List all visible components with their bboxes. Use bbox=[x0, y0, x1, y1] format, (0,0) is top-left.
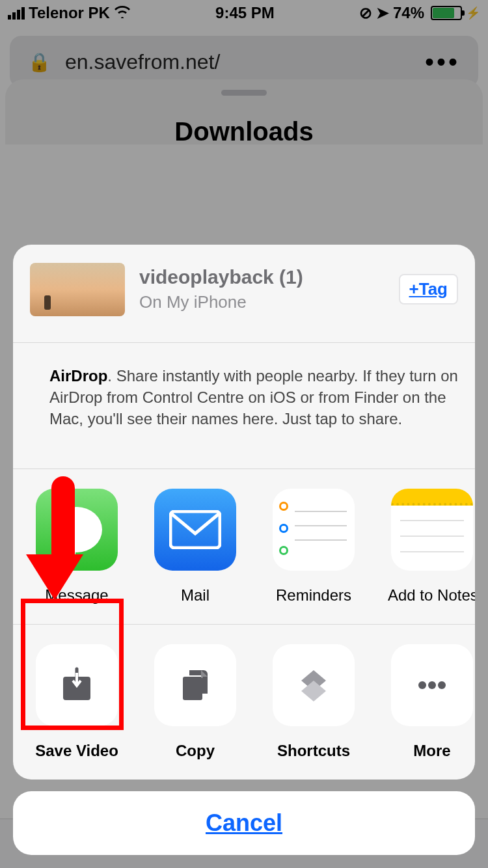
shortcuts-icon bbox=[273, 644, 355, 726]
action-shortcuts[interactable]: Shortcuts bbox=[269, 644, 358, 760]
share-apps-row[interactable]: Message Mail Reminders Add to Notes bbox=[13, 469, 475, 624]
copy-icon bbox=[154, 644, 236, 726]
action-more[interactable]: More bbox=[388, 644, 475, 760]
share-notes[interactable]: Add to Notes bbox=[388, 489, 475, 604]
svg-rect-1 bbox=[170, 511, 220, 548]
svg-point-4 bbox=[418, 681, 426, 689]
share-sheet: videoplayback (1) On My iPhone +Tag AirD… bbox=[13, 245, 475, 855]
message-icon bbox=[36, 489, 118, 571]
video-thumbnail bbox=[30, 263, 125, 316]
tag-button[interactable]: +Tag bbox=[399, 274, 458, 305]
notes-icon bbox=[391, 489, 473, 571]
action-row[interactable]: Save Video Copy Shortcuts More bbox=[13, 625, 475, 780]
file-location: On My iPhone bbox=[139, 292, 399, 312]
action-save-video[interactable]: Save Video bbox=[33, 644, 121, 760]
share-panel: videoplayback (1) On My iPhone +Tag AirD… bbox=[13, 245, 475, 780]
reminders-icon bbox=[273, 489, 355, 571]
svg-point-6 bbox=[438, 681, 446, 689]
action-copy[interactable]: Copy bbox=[151, 644, 239, 760]
airdrop-description: AirDrop. Share instantly with people nea… bbox=[49, 365, 458, 429]
cancel-button[interactable]: Cancel bbox=[13, 791, 475, 855]
airdrop-section[interactable]: AirDrop. Share instantly with people nea… bbox=[13, 343, 475, 468]
svg-rect-3 bbox=[183, 677, 202, 700]
svg-point-5 bbox=[428, 681, 436, 689]
file-name: videoplayback (1) bbox=[139, 266, 399, 288]
share-message[interactable]: Message bbox=[33, 489, 121, 604]
save-video-icon bbox=[36, 644, 118, 726]
more-icon bbox=[391, 644, 473, 726]
share-reminders[interactable]: Reminders bbox=[269, 489, 358, 604]
file-header: videoplayback (1) On My iPhone +Tag bbox=[13, 245, 475, 342]
share-mail[interactable]: Mail bbox=[151, 489, 239, 604]
mail-icon bbox=[154, 489, 236, 571]
